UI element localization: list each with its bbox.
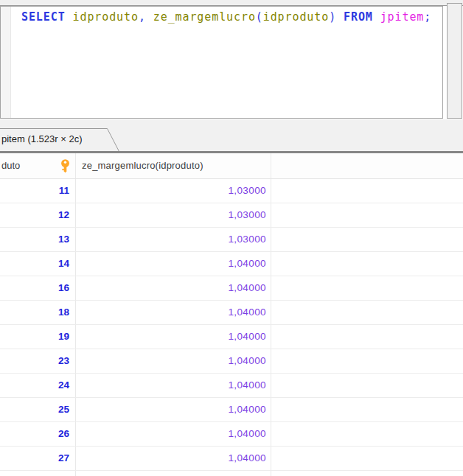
results-tab-jpitem[interactable]: pitem (1.523r × 2c) — [0, 128, 119, 152]
cell-ze-margemlucro[interactable]: 1,04000 — [76, 447, 271, 470]
results-tab-strip: pitem (1.523r × 2c) — [0, 119, 463, 151]
table-row[interactable]: 121,03000 — [0, 203, 463, 228]
sql-editor[interactable]: SELECT idproduto, ze_margemlucro(idprodu… — [0, 6, 443, 119]
grid-header-row: duto ze_margemlucro(idproduto) — [0, 153, 463, 179]
cell-ze-margemlucro[interactable]: 1,04000 — [76, 398, 271, 421]
sql-token: idproduto — [66, 10, 139, 24]
cell-idproduto[interactable]: 27 — [0, 447, 76, 470]
cell-ze-margemlucro[interactable]: 1,04000 — [76, 276, 271, 300]
table-row[interactable]: 191,04000 — [0, 325, 463, 349]
sql-token: idproduto — [263, 10, 329, 24]
cell-idproduto[interactable]: 11 — [0, 179, 76, 203]
cell-ze-margemlucro[interactable]: 1,04000 — [76, 325, 271, 349]
cell-idproduto[interactable]: 16 — [0, 276, 76, 300]
grid-body: 111,03000121,03000131,03000141,04000161,… — [0, 179, 463, 471]
sql-token: , — [139, 10, 153, 24]
table-row[interactable]: 181,04000 — [0, 301, 463, 325]
table-row[interactable]: 231,04000 — [0, 349, 463, 374]
column-header-idproduto-label: duto — [1, 160, 20, 171]
results-grid: duto ze_margemlucro(idproduto) 111,03000… — [0, 153, 463, 476]
cell-ze-margemlucro[interactable]: 1,03000 — [76, 228, 271, 251]
table-row[interactable]: 261,04000 — [0, 422, 463, 447]
partial-row — [0, 471, 463, 476]
table-row[interactable]: 141,04000 — [0, 252, 463, 276]
cell-idproduto[interactable]: 25 — [0, 398, 76, 421]
cell-ze-margemlucro[interactable]: 1,04000 — [76, 422, 271, 446]
sql-token: SELECT — [21, 10, 66, 24]
partial-cell-margemlucro — [76, 471, 271, 476]
sql-token: ze_margemlucro — [153, 10, 256, 24]
cell-idproduto[interactable]: 14 — [0, 252, 76, 276]
header-empty-area — [271, 153, 463, 178]
primary-key-icon — [59, 159, 72, 173]
cell-ze-margemlucro[interactable]: 1,03000 — [76, 203, 271, 227]
table-row[interactable]: 241,04000 — [0, 374, 463, 398]
cell-idproduto[interactable]: 24 — [0, 374, 76, 397]
cell-idproduto[interactable]: 18 — [0, 301, 76, 324]
sql-query-line[interactable]: SELECT idproduto, ze_margemlucro(idprodu… — [21, 10, 431, 24]
sql-token: ) — [329, 10, 336, 24]
cell-ze-margemlucro[interactable]: 1,04000 — [76, 374, 271, 397]
sql-token: ; — [424, 10, 431, 24]
cell-idproduto[interactable]: 12 — [0, 203, 76, 227]
cell-ze-margemlucro[interactable]: 1,03000 — [76, 179, 271, 203]
sql-token: ( — [256, 10, 263, 24]
cell-idproduto[interactable]: 19 — [0, 325, 76, 349]
editor-gutter — [1, 7, 11, 118]
table-row[interactable]: 111,03000 — [0, 179, 463, 203]
cell-idproduto[interactable]: 26 — [0, 422, 76, 446]
top-splitter[interactable] — [0, 0, 463, 6]
column-header-idproduto[interactable]: duto — [0, 153, 76, 178]
cell-idproduto[interactable]: 13 — [0, 228, 76, 251]
sql-token: jpitem — [380, 10, 425, 24]
table-row[interactable]: 161,04000 — [0, 276, 463, 301]
partial-cell-idproduto — [0, 471, 76, 476]
editor-vertical-scrollbar[interactable] — [447, 3, 462, 119]
table-row[interactable]: 251,04000 — [0, 398, 463, 422]
table-row[interactable]: 271,04000 — [0, 447, 463, 471]
cell-idproduto[interactable]: 23 — [0, 349, 76, 373]
cell-ze-margemlucro[interactable]: 1,04000 — [76, 301, 271, 324]
table-row[interactable]: 131,03000 — [0, 228, 463, 252]
sql-token — [336, 10, 344, 24]
results-tab-label: pitem (1.523r × 2c) — [1, 128, 82, 150]
cell-ze-margemlucro[interactable]: 1,04000 — [76, 252, 271, 276]
sql-token — [373, 10, 380, 24]
cell-ze-margemlucro[interactable]: 1,04000 — [76, 349, 271, 373]
sql-token: FROM — [344, 10, 373, 24]
column-header-ze-margemlucro[interactable]: ze_margemlucro(idproduto) — [76, 153, 271, 178]
column-header-ze-margemlucro-label: ze_margemlucro(idproduto) — [82, 160, 203, 171]
